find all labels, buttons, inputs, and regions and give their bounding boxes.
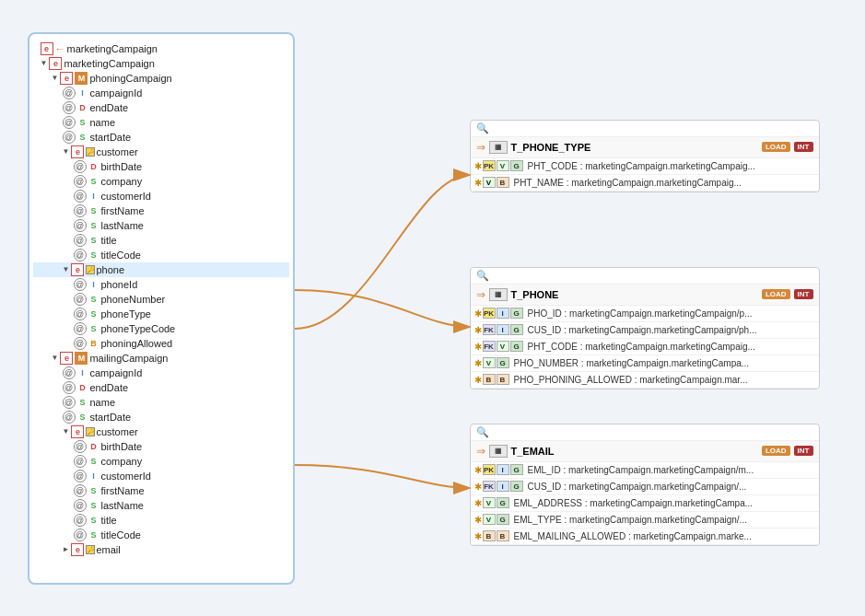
entity-icon: e [60,72,73,85]
v-icon: V [497,341,509,352]
i-icon: I [497,481,509,492]
v-icon: V [497,160,509,171]
star-icon: ✱ [474,342,482,352]
panel-search[interactable]: 🔍 [471,268,819,285]
tree-label: name [90,397,116,408]
tree-item[interactable]: ▼ e M phoningCampaign [33,71,289,86]
col-text: PHO_PHONING_ALLOWED : marketingCampaign.… [514,375,748,385]
star-icon: ✱ [474,531,482,541]
panel-badges: LOAD INT [762,142,813,152]
panel-badges: LOAD INT [762,289,813,299]
star-icon: ✱ [474,465,482,475]
panel-search[interactable]: 🔍 [471,424,819,441]
tree-label: lastName [101,500,144,511]
type-icon: S [77,117,88,128]
tree-item[interactable]: ► e 🔑 email [33,542,289,557]
tree-root[interactable]: e ← marketingCampaign [33,41,289,56]
tree-label: startDate [90,412,132,423]
search-icon: 🔍 [476,270,489,282]
type-icon: I [77,367,88,378]
tree-label: phoningCampaign [89,73,171,84]
type-icon: S [88,205,99,216]
tree-label: company [101,456,143,467]
tree-item: @ I phoneId [33,277,289,292]
table-row: ✱ PK V G PHT_CODE : marketingCampaign.ma… [471,158,819,175]
col-text: PHT_NAME : marketingCampaign.marketingCa… [514,178,742,188]
arrow-icon: ← [55,43,65,54]
key-icon: 🔑 [86,545,95,554]
g-icon: G [510,464,523,475]
table-row: ✱ FK I G CUS_ID : marketingCampaign.mark… [471,479,819,495]
g-icon: G [510,160,523,171]
key-icon: 🔑 [86,265,95,274]
tree-item: @ I campaignId [33,86,289,100]
col-text: EML_MAILING_ALLOWED : marketingCampaign.… [514,531,752,541]
entity-icon: e [71,543,84,556]
type-icon: S [88,500,99,511]
tree-item[interactable]: ▼ e M mailingCampaign [33,351,289,366]
tree-item: @ S startDate [33,410,289,424]
col-text: PHT_CODE : marketingCampaign.marketingCa… [528,161,755,171]
entity-icon: e [71,425,84,438]
tree-label: titleCode [101,529,141,540]
tree-label: firstName [101,205,145,216]
type-icon: B [88,338,99,349]
load-badge: LOAD [762,142,790,152]
tree-item[interactable]: ▼ e 🔑 customer [33,145,289,159]
b-icon: B [483,530,496,541]
tree-item: @ I customerId [33,469,289,483]
type-icon: S [88,456,99,467]
tree-label: email [96,544,120,555]
table-row: ✱ V B PHT_NAME : marketingCampaign.marke… [471,175,819,192]
attr-icon: @ [74,499,87,512]
tree-label: endDate [90,382,129,393]
tree-item: @ S title [33,513,289,528]
panel-title: ⇒ ▦ T_PHONE_TYPE [476,141,591,154]
attr-icon: @ [74,160,87,173]
attr-icon: @ [74,470,87,482]
tree-item: @ D endDate [33,100,289,115]
star-icon: ✱ [474,375,482,385]
b-icon2: B [497,530,509,541]
tree-label: phone [96,264,124,275]
tree-item: @ S titleCode [33,248,289,262]
attr-icon: @ [74,190,87,203]
attr-icon: @ [63,131,76,144]
pk-icon: PK [483,160,496,171]
g-icon: G [510,324,523,335]
b-icon: B [497,177,509,188]
tree-item[interactable]: ▼ e marketingCampaign [33,56,289,71]
g-icon: G [510,308,523,319]
panel-search[interactable]: 🔍 [471,121,819,137]
tree-item-phone[interactable]: ▼ e 🔑 phone [33,262,289,277]
col-text: EML_TYPE : marketingCampaign.marketingCa… [514,515,747,525]
type-icon: D [88,161,99,172]
type-icon: S [77,397,88,408]
attr-icon: @ [74,484,87,497]
tree-label: mailingCampaign [89,353,168,364]
type-icon: S [77,132,88,143]
tree-label: name [90,117,116,128]
b-icon: B [483,374,496,385]
tree-label: campaignId [90,367,143,378]
tree-item: @ I campaignId [33,366,289,380]
table-icon: ⇒ [476,445,485,458]
load-badge: LOAD [762,289,790,299]
col-text: PHT_CODE : marketingCampaign.marketingCa… [528,342,755,352]
attr-icon: @ [63,116,76,129]
panel-header: ⇒ ▦ T_EMAIL LOAD INT [471,441,819,462]
tree-item[interactable]: ▼ e 🔑 customer [33,424,289,439]
star-icon: ✱ [474,161,482,171]
panel-header: ⇒ ▦ T_PHONE LOAD INT [471,285,819,306]
tree-item: @ B phoningAllowed [33,336,289,351]
tree-item: @ S startDate [33,130,289,145]
attr-icon: @ [74,219,87,232]
type-icon: S [88,220,99,231]
tree-label: title [101,235,117,246]
type-icon: D [77,382,88,393]
phone-type-panel: 🔍 ⇒ ▦ T_PHONE_TYPE LOAD INT ✱ PK V G PHT… [470,120,820,192]
attr-icon: @ [63,381,76,394]
table-grid-icon: ▦ [489,141,508,154]
panel-title: ⇒ ▦ T_EMAIL [476,445,555,458]
search-icon: 🔍 [476,426,489,438]
